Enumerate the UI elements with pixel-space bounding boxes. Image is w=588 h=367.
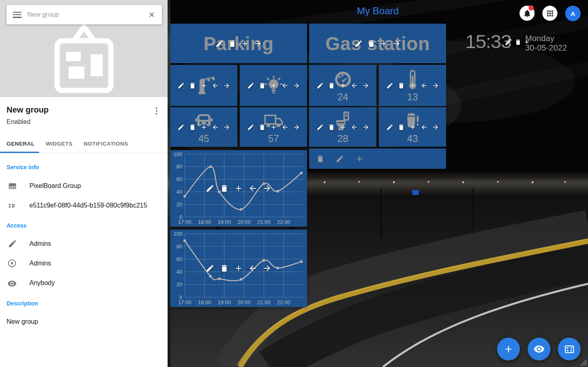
edit-icon[interactable] [316, 124, 324, 131]
tab-general[interactable]: GENERAL [7, 141, 35, 147]
delete-icon[interactable] [316, 155, 325, 163]
move-left-icon[interactable] [420, 124, 428, 131]
add-icon[interactable] [241, 39, 249, 48]
widget-actions [247, 82, 300, 89]
delete-icon[interactable] [189, 124, 196, 131]
control-access-value[interactable]: Admins [29, 260, 51, 267]
add-icon[interactable] [234, 184, 243, 193]
move-left-icon[interactable] [248, 264, 257, 273]
svg-text:20:00: 20:00 [237, 299, 251, 305]
move-left-icon[interactable] [212, 82, 219, 89]
edit-icon[interactable] [316, 82, 324, 89]
delete-icon[interactable] [328, 82, 335, 89]
add-icon[interactable] [270, 82, 277, 89]
widget-tile-toilet: 28 [309, 107, 376, 147]
pixelboard-app: My Board A 15:33 Monday 30-05-2022 Parki… [0, 0, 588, 367]
edit-icon[interactable] [247, 82, 254, 89]
svg-text:20: 20 [177, 281, 182, 287]
move-right-icon[interactable] [392, 39, 401, 48]
svg-text:22:00: 22:00 [277, 219, 290, 225]
move-right-icon[interactable] [362, 82, 369, 89]
user-avatar[interactable]: A [565, 6, 581, 21]
delete-icon[interactable] [259, 82, 266, 89]
add-icon[interactable] [234, 264, 243, 273]
edit-icon[interactable] [206, 264, 214, 273]
widget-tile-truck: 57 [240, 107, 307, 147]
delete-icon[interactable] [259, 124, 266, 131]
delete-icon[interactable] [220, 264, 229, 273]
widget-value: 43 [407, 133, 418, 144]
group-name-input[interactable] [27, 11, 142, 18]
menu-icon[interactable] [13, 12, 22, 18]
widget-tile-thermometer: 13 [379, 65, 446, 106]
tab-widgets[interactable]: WIDGETS [46, 141, 73, 147]
move-left-icon[interactable] [420, 82, 428, 89]
add-icon[interactable] [270, 124, 277, 131]
edit-icon[interactable] [386, 82, 393, 89]
close-icon[interactable] [148, 11, 156, 19]
add-icon[interactable] [409, 82, 416, 89]
widget-actions [386, 124, 439, 131]
move-right-icon[interactable] [223, 124, 230, 131]
widget-value: 28 [337, 133, 348, 144]
move-right-icon[interactable] [263, 184, 272, 193]
move-right-icon[interactable] [263, 264, 272, 273]
delete-icon[interactable] [220, 184, 229, 193]
move-right-icon[interactable] [362, 124, 369, 131]
delete-icon[interactable] [367, 39, 376, 48]
move-right-icon[interactable] [253, 39, 262, 48]
service-id-value: e511c9ef-08f0-44d5-b159-080c9f9bc215 [29, 202, 147, 209]
edit-icon[interactable] [177, 82, 185, 89]
add-icon[interactable] [200, 124, 208, 131]
add-widget-fab[interactable] [497, 338, 520, 360]
edit-icon[interactable] [206, 184, 214, 193]
delete-icon[interactable] [398, 124, 405, 131]
widget-tile-lightbulb [240, 65, 307, 106]
edit-icon[interactable] [354, 39, 363, 48]
delete-icon[interactable] [328, 124, 335, 131]
widget-actions [206, 264, 272, 273]
edit-icon[interactable] [386, 124, 393, 131]
add-icon[interactable] [339, 124, 347, 131]
edit-icon[interactable] [215, 39, 224, 48]
widget-value: 24 [337, 91, 348, 102]
more-options-icon[interactable] [152, 106, 161, 116]
move-left-icon[interactable] [212, 124, 219, 131]
move-right-icon[interactable] [293, 124, 300, 131]
add-icon[interactable] [524, 39, 530, 45]
fit-screen-fab[interactable] [558, 338, 581, 360]
move-right-icon[interactable] [293, 82, 300, 89]
move-left-icon[interactable] [281, 82, 289, 89]
delete-icon[interactable] [515, 39, 522, 46]
add-icon[interactable] [380, 39, 388, 48]
view-access-value[interactable]: Anybody [29, 279, 55, 287]
add-icon[interactable] [355, 155, 364, 163]
edit-icon[interactable] [504, 38, 513, 46]
pencil-icon [8, 239, 17, 248]
move-right-icon[interactable] [223, 82, 230, 89]
delete-icon[interactable] [228, 39, 237, 48]
tab-notifications[interactable]: NOTIFICATIONS [84, 141, 128, 147]
delete-icon[interactable] [189, 82, 196, 89]
notifications-button[interactable] [519, 6, 535, 21]
resize-grip[interactable] [579, 358, 587, 366]
add-icon[interactable] [200, 82, 208, 89]
add-icon[interactable] [409, 124, 416, 131]
eye-icon [533, 343, 545, 355]
edit-access-value[interactable]: Admins [29, 240, 51, 248]
apps-button[interactable] [542, 6, 557, 21]
move-right-icon[interactable] [432, 82, 439, 89]
edit-icon[interactable] [336, 155, 344, 163]
preview-fab[interactable] [528, 338, 550, 360]
delete-icon[interactable] [398, 82, 405, 89]
svg-text:80: 80 [177, 243, 182, 250]
move-left-icon[interactable] [351, 82, 358, 89]
move-left-icon[interactable] [248, 184, 257, 193]
add-icon[interactable] [339, 82, 347, 89]
move-right-icon[interactable] [432, 124, 439, 131]
clock-date-value: 30-05-2022 [525, 43, 567, 53]
edit-icon[interactable] [177, 124, 185, 131]
move-left-icon[interactable] [351, 124, 358, 131]
move-left-icon[interactable] [281, 124, 289, 131]
edit-icon[interactable] [247, 124, 254, 131]
